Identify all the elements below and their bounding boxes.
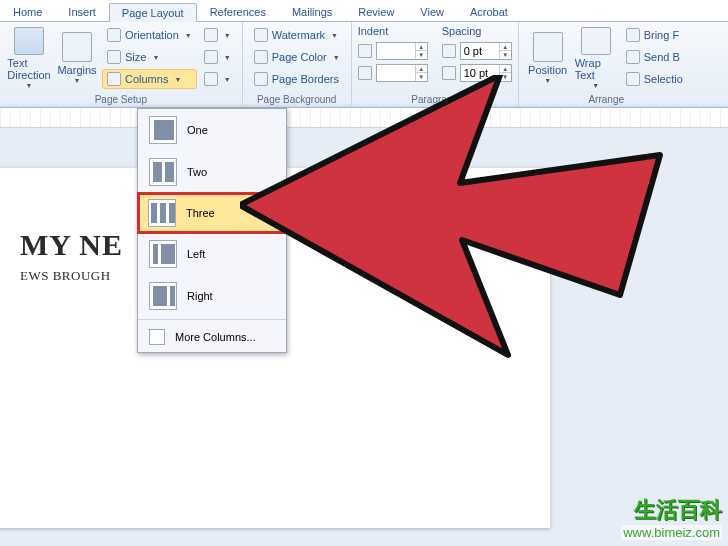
spacing-after-spinner[interactable]: 10 pt▲▼ bbox=[442, 63, 512, 83]
orientation-icon bbox=[107, 28, 121, 42]
spacing-before-icon bbox=[442, 44, 456, 58]
indent-label: Indent bbox=[358, 25, 428, 37]
spinner-up-icon[interactable]: ▲ bbox=[499, 65, 511, 73]
ribbon: Text Direction ▼ Margins ▼ Orientation▼ … bbox=[0, 22, 728, 108]
columns-button[interactable]: Columns▼ bbox=[102, 69, 197, 89]
chevron-down-icon: ▼ bbox=[224, 54, 231, 61]
spinner-down-icon[interactable]: ▼ bbox=[499, 51, 511, 59]
columns-option-label: Two bbox=[187, 166, 207, 178]
chevron-down-icon: ▼ bbox=[333, 54, 340, 61]
columns-option-left[interactable]: Left bbox=[138, 233, 286, 275]
columns-option-one[interactable]: One bbox=[138, 109, 286, 151]
tab-view[interactable]: View bbox=[407, 2, 457, 21]
orientation-button[interactable]: Orientation▼ bbox=[102, 25, 197, 45]
spinner-down-icon[interactable]: ▼ bbox=[499, 73, 511, 81]
columns-one-icon bbox=[149, 116, 177, 144]
columns-option-label: Right bbox=[187, 290, 213, 302]
watermark: 生活百科 www.bimeiz.com bbox=[621, 495, 722, 540]
text-direction-icon bbox=[14, 27, 44, 55]
chevron-down-icon: ▼ bbox=[26, 82, 33, 89]
document-area[interactable]: MY NE EWS BROUGH bbox=[0, 128, 728, 546]
position-button[interactable]: Position▼ bbox=[525, 25, 571, 91]
tab-acrobat[interactable]: Acrobat bbox=[457, 2, 521, 21]
chevron-down-icon: ▼ bbox=[544, 77, 551, 84]
spinner-up-icon[interactable]: ▲ bbox=[415, 43, 427, 51]
spacing-label: Spacing bbox=[442, 25, 512, 37]
page-color-button[interactable]: Page Color▼ bbox=[249, 47, 345, 67]
spinner-up-icon[interactable]: ▲ bbox=[415, 65, 427, 73]
indent-left-icon bbox=[358, 44, 372, 58]
hyphenation-button[interactable]: ▼ bbox=[199, 69, 236, 89]
tab-insert[interactable]: Insert bbox=[55, 2, 109, 21]
page-color-icon bbox=[254, 50, 268, 64]
group-label: Arrange bbox=[525, 94, 688, 105]
columns-option-label: Left bbox=[187, 248, 205, 260]
columns-option-three[interactable]: Three bbox=[138, 193, 286, 233]
horizontal-ruler[interactable] bbox=[0, 108, 728, 128]
group-label: Paragraph bbox=[358, 94, 512, 105]
tab-home[interactable]: Home bbox=[0, 2, 55, 21]
margins-button[interactable]: Margins ▼ bbox=[54, 25, 100, 91]
spacing-before-spinner[interactable]: 0 pt▲▼ bbox=[442, 41, 512, 61]
breaks-button[interactable]: ▼ bbox=[199, 25, 236, 45]
columns-left-icon bbox=[149, 240, 177, 268]
spinner-up-icon[interactable]: ▲ bbox=[499, 43, 511, 51]
bring-forward-icon bbox=[626, 28, 640, 42]
selection-pane-icon bbox=[626, 72, 640, 86]
columns-three-icon bbox=[148, 199, 176, 227]
chevron-down-icon: ▼ bbox=[592, 82, 599, 89]
text-direction-button[interactable]: Text Direction ▼ bbox=[6, 25, 52, 91]
chevron-down-icon: ▼ bbox=[224, 32, 231, 39]
group-label: Page Setup bbox=[6, 94, 236, 105]
columns-option-label: Three bbox=[186, 207, 215, 219]
menu-separator bbox=[138, 319, 286, 320]
wrap-text-button[interactable]: Wrap Text▼ bbox=[573, 25, 619, 91]
wrap-text-icon bbox=[581, 27, 611, 55]
send-backward-button[interactable]: Send B bbox=[621, 47, 688, 67]
position-icon bbox=[533, 32, 563, 62]
group-label: Page Background bbox=[249, 94, 345, 105]
line-numbers-button[interactable]: ▼ bbox=[199, 47, 236, 67]
chevron-down-icon: ▼ bbox=[152, 54, 159, 61]
indent-right-icon bbox=[358, 66, 372, 80]
tab-review[interactable]: Review bbox=[345, 2, 407, 21]
chevron-down-icon: ▼ bbox=[224, 76, 231, 83]
watermark-button[interactable]: Watermark▼ bbox=[249, 25, 345, 45]
page-borders-icon bbox=[254, 72, 268, 86]
columns-option-right[interactable]: Right bbox=[138, 275, 286, 317]
page-borders-button[interactable]: Page Borders bbox=[249, 69, 345, 89]
chevron-down-icon: ▼ bbox=[74, 77, 81, 84]
more-columns-icon bbox=[149, 329, 165, 345]
breaks-icon bbox=[204, 28, 218, 42]
group-page-setup: Text Direction ▼ Margins ▼ Orientation▼ … bbox=[0, 22, 243, 107]
bring-forward-button[interactable]: Bring F bbox=[621, 25, 688, 45]
columns-more-label: More Columns... bbox=[175, 331, 256, 343]
chevron-down-icon: ▼ bbox=[174, 76, 181, 83]
spinner-down-icon[interactable]: ▼ bbox=[415, 51, 427, 59]
columns-right-icon bbox=[149, 282, 177, 310]
spinner-down-icon[interactable]: ▼ bbox=[415, 73, 427, 81]
columns-option-label: One bbox=[187, 124, 208, 136]
columns-two-icon bbox=[149, 158, 177, 186]
indent-left-spinner[interactable]: ▲▼ bbox=[358, 41, 428, 61]
group-paragraph: Indent ▲▼ ▲▼ Spacing 0 pt▲▼ 10 bbox=[352, 22, 519, 107]
columns-more-columns[interactable]: More Columns... bbox=[138, 322, 286, 352]
line-numbers-icon bbox=[204, 50, 218, 64]
size-button[interactable]: Size▼ bbox=[102, 47, 197, 67]
indent-right-spinner[interactable]: ▲▼ bbox=[358, 63, 428, 83]
selection-pane-button[interactable]: Selectio bbox=[621, 69, 688, 89]
group-arrange: Position▼ Wrap Text▼ Bring F Send B Sele… bbox=[519, 22, 694, 107]
tab-mailings[interactable]: Mailings bbox=[279, 2, 345, 21]
columns-option-two[interactable]: Two bbox=[138, 151, 286, 193]
watermark-icon bbox=[254, 28, 268, 42]
group-page-background: Watermark▼ Page Color▼ Page Borders Page… bbox=[243, 22, 352, 107]
margins-icon bbox=[62, 32, 92, 62]
columns-icon bbox=[107, 72, 121, 86]
hyphenation-icon bbox=[204, 72, 218, 86]
spacing-after-icon bbox=[442, 66, 456, 80]
ribbon-tabs: HomeInsertPage LayoutReferencesMailingsR… bbox=[0, 0, 728, 22]
tab-page-layout[interactable]: Page Layout bbox=[109, 3, 197, 22]
tab-references[interactable]: References bbox=[197, 2, 279, 21]
chevron-down-icon: ▼ bbox=[185, 32, 192, 39]
columns-dropdown: OneTwoThreeLeftRightMore Columns... bbox=[137, 108, 287, 353]
